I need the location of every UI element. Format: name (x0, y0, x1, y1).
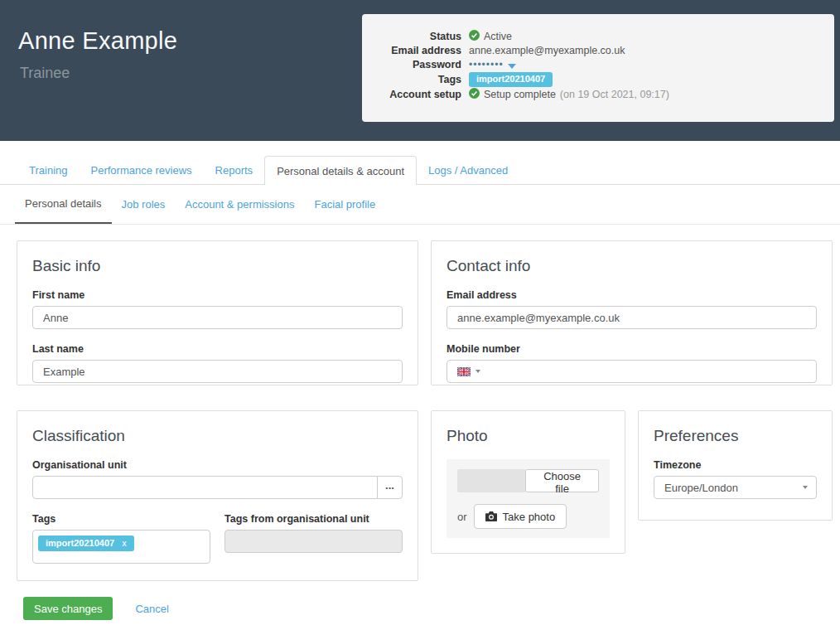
first-name-input[interactable] (32, 306, 403, 329)
status-label: Status (362, 31, 461, 42)
tag-chip-label: import20210407 (46, 539, 114, 548)
classification-tags-label: Tags (32, 513, 210, 525)
email-value: anne.example@myexample.co.uk (469, 45, 625, 56)
classification-title: Classification (32, 427, 403, 445)
tag-chip: import20210407 x (38, 536, 134, 551)
email-address-label: Email address (447, 289, 817, 301)
timezone-select[interactable]: Europe/London (654, 476, 817, 499)
basic-info-card: Basic info First name Last name (17, 240, 418, 385)
tab-training[interactable]: Training (17, 156, 79, 184)
check-circle-icon (469, 30, 480, 43)
status-value: Active (484, 31, 512, 42)
mobile-number-label: Mobile number (447, 343, 817, 355)
email-label: Email address (362, 45, 461, 56)
tag-badge: import20210407 (469, 72, 553, 87)
photo-title: Photo (447, 427, 610, 445)
subtab-job-roles[interactable]: Job roles (112, 185, 176, 224)
subtab-account-permissions[interactable]: Account & permissions (175, 185, 304, 224)
first-name-label: First name (32, 289, 403, 301)
timezone-caret-icon (803, 486, 808, 489)
profile-header: Anne Example Trainee Status Active Email… (0, 0, 840, 141)
preferences-card: Preferences Timezone Europe/London (638, 410, 833, 521)
browse-org-unit-button[interactable]: ... (377, 476, 403, 499)
uk-flag-icon[interactable] (457, 367, 471, 376)
cancel-link[interactable]: Cancel (135, 603, 168, 615)
summary-row-account-setup: Account setup Setup complete (on 19 Oct … (362, 88, 821, 101)
mobile-number-input[interactable] (447, 360, 817, 383)
page-title: Anne Example (18, 27, 177, 55)
tab-personal-details-account[interactable]: Personal details & account (264, 156, 417, 185)
take-photo-label: Take photo (503, 511, 556, 523)
choose-file-button[interactable]: Choose file (525, 469, 599, 492)
timezone-selected-value: Europe/London (664, 482, 738, 494)
tab-logs-advanced[interactable]: Logs / Advanced (417, 156, 519, 184)
organisational-unit-input[interactable] (32, 476, 378, 499)
preferences-title: Preferences (654, 427, 817, 445)
file-name-field (457, 469, 525, 492)
summary-row-email: Email address anne.example@myexample.co.… (362, 44, 821, 57)
page-subtitle: Trainee (20, 65, 70, 82)
password-dropdown-caret-icon[interactable] (508, 64, 516, 69)
or-label: or (457, 511, 467, 523)
tags-input[interactable]: import20210407 x (32, 530, 210, 564)
timezone-label: Timezone (654, 459, 817, 471)
subtab-facial-profile[interactable]: Facial profile (304, 185, 385, 224)
email-address-input[interactable] (447, 306, 817, 329)
tab-reports[interactable]: Reports (204, 156, 265, 184)
org-unit-tags-input-disabled (224, 530, 403, 553)
form-actions: Save changes Cancel (23, 597, 169, 620)
country-dropdown-caret-icon[interactable] (476, 370, 480, 373)
password-label: Password (362, 59, 461, 70)
last-name-input[interactable] (32, 360, 403, 383)
tab-performance-reviews[interactable]: Performance reviews (79, 156, 203, 184)
classification-card: Classification Organisational unit ... T… (17, 410, 418, 581)
account-setup-date: (on 19 Oct 2021, 09:17) (560, 89, 669, 100)
check-circle-icon (469, 88, 480, 101)
subtab-personal-details[interactable]: Personal details (15, 185, 112, 224)
contact-info-title: Contact info (447, 257, 817, 275)
account-summary-panel: Status Active Email address anne.example… (362, 14, 834, 122)
last-name-label: Last name (32, 343, 403, 355)
sub-tab-bar: Personal details Job roles Account & per… (0, 185, 840, 225)
remove-tag-icon[interactable]: x (122, 540, 127, 548)
photo-card: Photo Choose file or Take photo (431, 410, 625, 554)
summary-row-tags: Tags import20210407 (362, 72, 821, 87)
photo-upload-area: Choose file or Take photo (447, 459, 610, 538)
contact-info-card: Contact info Email address Mobile number (431, 240, 833, 385)
org-unit-tags-label: Tags from organisational unit (224, 513, 403, 525)
save-changes-button[interactable]: Save changes (23, 597, 113, 620)
summary-row-status: Status Active (362, 30, 821, 43)
account-setup-label: Account setup (362, 89, 461, 100)
summary-row-password: Password •••••••• (362, 58, 821, 71)
account-setup-value: Setup complete (484, 89, 556, 100)
tags-label: Tags (362, 74, 461, 85)
organisational-unit-label: Organisational unit (32, 459, 403, 471)
camera-icon (485, 511, 497, 521)
take-photo-button[interactable]: Take photo (474, 504, 567, 529)
main-tab-bar: Training Performance reviews Reports Per… (0, 141, 840, 185)
basic-info-title: Basic info (32, 257, 403, 275)
password-masked-value: •••••••• (469, 59, 504, 70)
